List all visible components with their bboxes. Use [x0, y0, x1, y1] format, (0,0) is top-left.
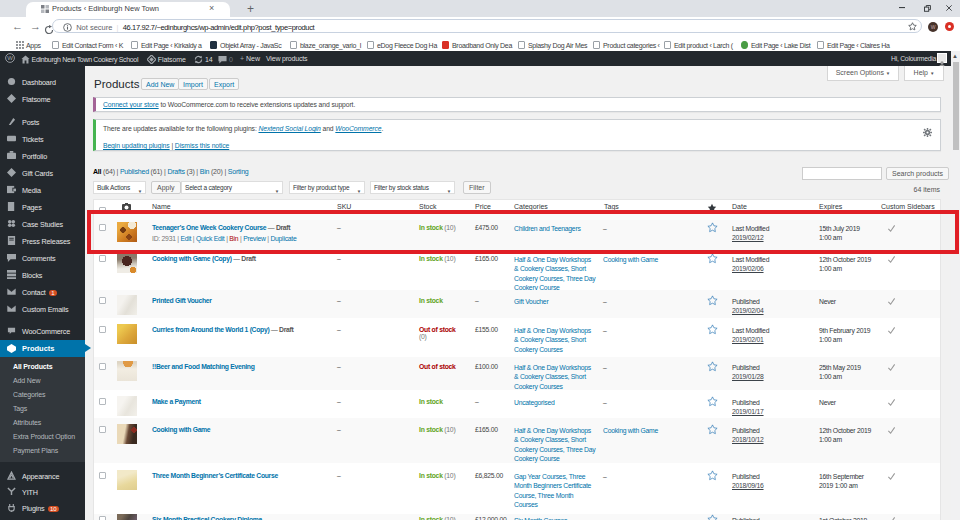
- svg-text:W: W: [7, 55, 13, 61]
